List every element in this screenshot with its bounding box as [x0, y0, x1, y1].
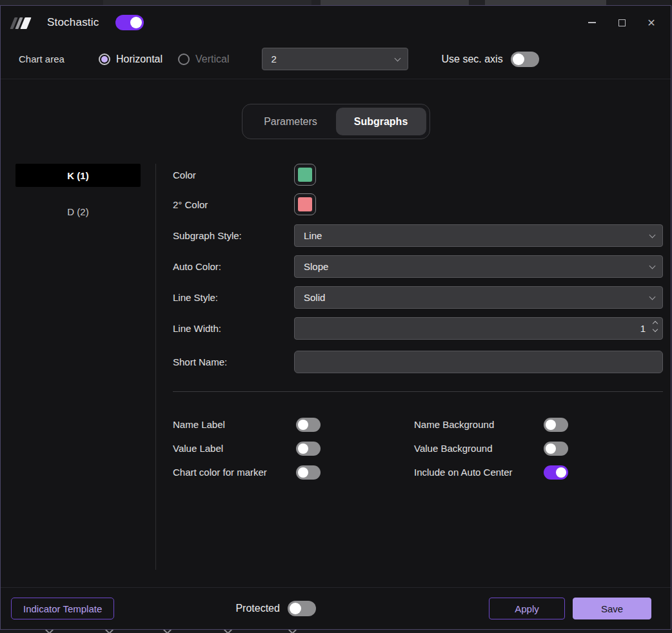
value-label-row: Value Label	[173, 436, 414, 460]
toggle-knob	[130, 17, 142, 28]
line-width-spin-buttons[interactable]	[653, 322, 657, 331]
chevron-down-icon	[163, 630, 172, 633]
sec-axis-group: Use sec. axis	[442, 52, 539, 67]
name-background-text: Name Background	[414, 419, 544, 430]
auto-center-row: Include on Auto Center	[414, 460, 568, 484]
line-style-value: Solid	[304, 292, 325, 303]
chart-color-marker-text: Chart color for marker	[173, 467, 296, 478]
toggle-knob	[298, 420, 308, 430]
toggle-knob	[546, 420, 556, 430]
value-label-text: Value Label	[173, 443, 296, 454]
background-tab	[103, 0, 311, 5]
footer-bar: Indicator Template Protected Apply Save	[1, 587, 671, 629]
auto-center-toggle[interactable]	[544, 465, 568, 480]
radio-vertical-control	[178, 54, 190, 65]
maximize-icon	[618, 19, 626, 26]
radio-horizontal-control	[99, 54, 110, 65]
line-width-label: Line Width:	[173, 323, 294, 334]
secondary-color-label: 2° Color	[173, 199, 294, 210]
indicator-settings-dialog: Stochastic ✕ Chart area Horizontal Verti…	[0, 5, 671, 630]
chevron-down-icon	[649, 232, 656, 239]
subgraph-item-d[interactable]: D (2)	[15, 200, 141, 223]
app-logo-icon	[12, 16, 29, 29]
indicator-template-button[interactable]: Indicator Template	[11, 598, 114, 619]
tab-group: Parameters Subgraphs	[242, 104, 430, 139]
line-width-stepper[interactable]: 1	[294, 317, 663, 340]
toggle-column-left: Name Label Value Label Chart color for m…	[173, 413, 414, 484]
short-name-input[interactable]	[294, 351, 663, 373]
line-style-select[interactable]: Solid	[294, 286, 663, 309]
name-background-toggle[interactable]	[544, 418, 568, 432]
background-bottom-strip	[0, 630, 672, 633]
chart-area-count-select[interactable]: 2	[262, 48, 408, 70]
subgraph-style-row: Subgraph Style: Line	[173, 224, 663, 247]
chart-area-row: Chart area Horizontal Vertical 2 Use sec…	[1, 39, 671, 79]
use-sec-axis-toggle[interactable]	[511, 52, 539, 67]
display-toggle-grid: Name Label Value Label Chart color for m…	[173, 413, 663, 484]
protected-group: Protected	[235, 601, 315, 616]
chevron-down-icon	[394, 55, 400, 62]
color-row: Color	[173, 164, 663, 186]
subgraph-item-k[interactable]: K (1)	[15, 164, 141, 187]
chevron-down-icon	[105, 630, 114, 633]
name-background-row: Name Background	[414, 413, 568, 436]
background-tab-strip	[0, 0, 672, 5]
subgraph-list-panel: K (1) D (2)	[1, 164, 156, 570]
name-label-text: Name Label	[173, 419, 296, 430]
toggle-knob	[556, 467, 566, 478]
maximize-button[interactable]	[611, 13, 632, 32]
tabs-wrap: Parameters Subgraphs	[1, 104, 671, 139]
name-label-row: Name Label	[173, 413, 414, 436]
value-background-toggle[interactable]	[544, 442, 568, 456]
radio-horizontal[interactable]: Horizontal	[99, 54, 163, 65]
chevron-down-icon	[649, 263, 656, 269]
close-button[interactable]: ✕	[641, 13, 662, 32]
protected-toggle[interactable]	[288, 601, 316, 616]
secondary-color-swatch-button[interactable]	[294, 193, 316, 215]
minimize-icon	[588, 22, 596, 23]
auto-center-text: Include on Auto Center	[414, 467, 544, 478]
tab-subgraphs[interactable]: Subgraphs	[336, 108, 426, 135]
background-tab	[606, 0, 672, 5]
line-width-value: 1	[640, 323, 646, 334]
orientation-radio-group: Horizontal Vertical	[99, 54, 239, 65]
line-width-row: Line Width: 1	[173, 317, 663, 340]
chart-color-marker-toggle[interactable]	[296, 465, 321, 480]
auto-color-select[interactable]: Slope	[294, 255, 663, 278]
color-swatch	[298, 168, 312, 182]
title-bar: Stochastic ✕	[1, 6, 671, 39]
value-label-toggle[interactable]	[296, 442, 321, 456]
subgraph-style-value: Line	[304, 230, 322, 241]
indicator-enabled-toggle[interactable]	[115, 15, 144, 30]
toggle-knob	[298, 443, 308, 454]
chart-area-count-value: 2	[272, 54, 277, 64]
toggle-column-right: Name Background Value Background Include…	[414, 413, 568, 484]
background-tab	[485, 0, 606, 5]
secondary-color-swatch	[298, 197, 312, 211]
auto-color-label: Auto Color:	[173, 261, 294, 272]
minimize-button[interactable]	[582, 13, 602, 32]
close-icon: ✕	[647, 17, 655, 29]
radio-vertical-label: Vertical	[195, 54, 229, 65]
value-background-row: Value Background	[414, 436, 568, 460]
window-controls: ✕	[582, 13, 662, 32]
chevron-down-icon	[45, 630, 54, 633]
radio-vertical[interactable]: Vertical	[178, 54, 229, 65]
toggle-knob	[298, 467, 308, 478]
tab-parameters[interactable]: Parameters	[246, 108, 336, 135]
chart-color-marker-row: Chart color for marker	[173, 460, 414, 484]
line-style-row: Line Style: Solid	[173, 286, 663, 309]
short-name-label: Short Name:	[173, 356, 294, 367]
auto-color-value: Slope	[304, 261, 328, 272]
sec-axis-label: Use sec. axis	[442, 54, 503, 65]
color-swatch-button[interactable]	[294, 164, 316, 186]
name-label-toggle[interactable]	[296, 418, 321, 432]
apply-button[interactable]: Apply	[489, 598, 565, 619]
auto-color-row: Auto Color: Slope	[173, 255, 663, 278]
section-divider	[173, 391, 663, 392]
spinner-up-icon	[653, 321, 658, 326]
save-button[interactable]: Save	[573, 598, 651, 619]
spinner-down-icon	[653, 327, 658, 332]
subgraph-style-select[interactable]: Line	[294, 224, 663, 247]
content-area: K (1) D (2) Color 2° Color Subgraph Styl…	[1, 139, 671, 587]
